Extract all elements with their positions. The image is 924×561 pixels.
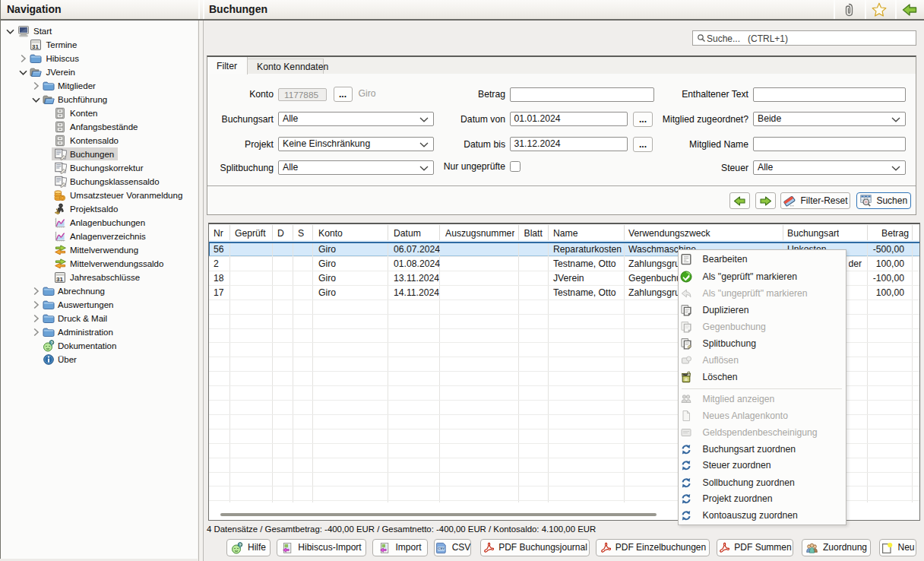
svg-text:31: 31 [32, 43, 39, 49]
svg-text:CSV: CSV [438, 547, 445, 550]
svg-text:31: 31 [56, 275, 63, 282]
